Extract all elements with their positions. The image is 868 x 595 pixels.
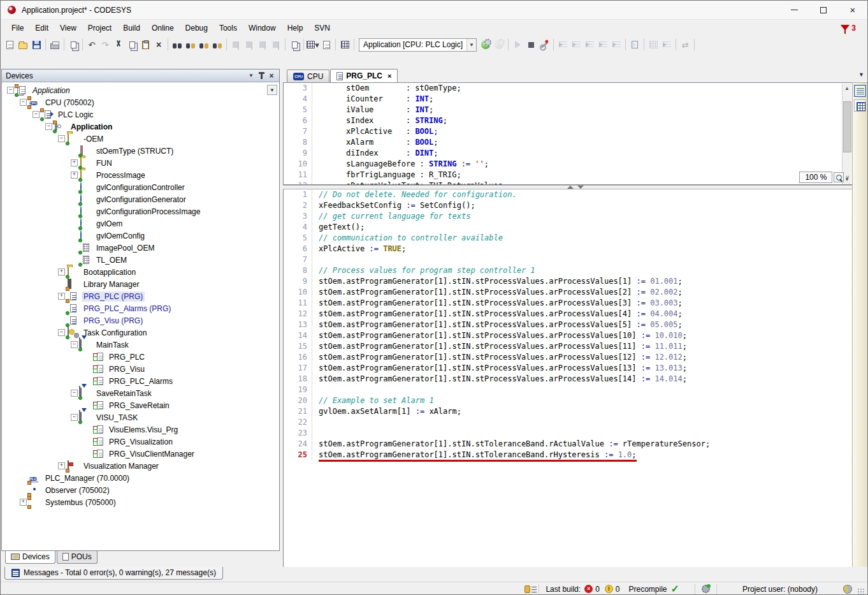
step-out-icon[interactable] <box>583 38 596 51</box>
code-line-23[interactable]: 23 <box>284 428 867 439</box>
paste-icon[interactable] <box>139 38 152 51</box>
menu-item-help[interactable]: Help <box>282 21 309 35</box>
compile-status-icon[interactable] <box>702 585 710 593</box>
code-line-14[interactable]: 14stOem.astProgramGenerator[1].stIN.stPr… <box>284 330 867 341</box>
editor-splitter[interactable] <box>283 185 868 189</box>
tree-item-application[interactable]: −Application <box>2 121 279 133</box>
tabular-view-button[interactable] <box>854 99 866 112</box>
splitter-down-icon[interactable] <box>577 186 584 189</box>
tree-item-prg-saveretain[interactable]: PRG_SaveRetain <box>2 399 279 411</box>
find-in-project-icon[interactable] <box>198 38 210 51</box>
logout-icon[interactable] <box>493 38 505 51</box>
tree-item-gvloem[interactable]: gvlOem <box>2 217 279 230</box>
textual-view-button[interactable] <box>854 85 866 97</box>
tree-item-library-manager[interactable]: Library Manager <box>2 278 279 290</box>
code-line-18[interactable]: 18stOem.astProgramGenerator[1].stIN.stPr… <box>284 374 867 385</box>
menu-item-tools[interactable]: Tools <box>213 21 243 35</box>
expand-icon[interactable]: + <box>71 159 78 166</box>
code-line-13[interactable]: 13stOem.astProgramGenerator[1].stIN.stPr… <box>284 320 867 330</box>
menu-item-build[interactable]: Build <box>117 21 146 35</box>
code-line-3[interactable]: 3// get current language for texts <box>284 211 867 222</box>
replace-icon[interactable] <box>184 38 197 51</box>
code-line-2[interactable]: 2xFeedbackSetConfig := SetConfig(); <box>284 200 867 211</box>
tab-pous[interactable]: POUs <box>57 551 98 564</box>
collapse-icon[interactable]: − <box>33 111 40 118</box>
code-line-4[interactable]: 4iCounter : INT; <box>284 94 867 105</box>
user-permissions-icon[interactable] <box>843 585 852 594</box>
tree-item-visu-task[interactable]: −VISU_TASK <box>2 411 279 423</box>
undo-icon[interactable]: ↶ <box>85 38 98 51</box>
tree-item-prg-plc-prg[interactable]: +PRG_PLC (PRG) <box>2 290 279 302</box>
menu-item-svn[interactable]: SVN <box>308 21 336 35</box>
menu-item-debug[interactable]: Debug <box>180 21 213 35</box>
project-settings-icon[interactable] <box>524 585 530 593</box>
tree-item-imagepool-oem[interactable]: ImagePool_OEM <box>2 242 279 254</box>
code-line-22[interactable]: 22 <box>284 417 867 428</box>
menu-item-window[interactable]: Window <box>243 21 282 35</box>
new-project-icon[interactable] <box>3 38 16 51</box>
tab-prg-plc[interactable]: PRG_PLC × <box>330 69 398 82</box>
code-line-4[interactable]: 4getText(); <box>284 222 867 233</box>
magnifier-icon[interactable] <box>834 172 844 182</box>
tree-item-prg-visu[interactable]: PRG_Visu <box>2 363 279 375</box>
code-line-5[interactable]: 5// communication to controller availabl… <box>284 233 867 244</box>
code-line-12[interactable]: 12stOem.astProgramGenerator[1].stIN.stPr… <box>284 309 867 320</box>
pending-flags[interactable]: 3 <box>841 24 856 33</box>
active-application-combo[interactable]: Application [CPU: PLC Logic] ▼ <box>359 38 477 52</box>
tree-item-saveretaintask[interactable]: −SaveRetainTask <box>2 387 279 399</box>
declaration-zoom-control[interactable]: 100 % ∨ <box>799 172 850 183</box>
tab-close-icon[interactable]: × <box>387 72 391 80</box>
delete-icon[interactable]: × <box>152 38 165 51</box>
collapse-icon[interactable]: − <box>71 414 78 421</box>
menu-item-project[interactable]: Project <box>82 21 117 35</box>
tree-item-prg-visu-prg[interactable]: PRG_Visu (PRG) <box>2 314 279 327</box>
tree-item-bootapplication[interactable]: +Bootapplication <box>2 266 279 278</box>
step-over-icon[interactable] <box>556 38 569 51</box>
tree-view-dropdown[interactable]: ▼ <box>267 85 277 95</box>
bookmark-previous-icon[interactable] <box>243 38 256 51</box>
collapse-icon[interactable]: − <box>45 123 52 130</box>
tab-cpu[interactable]: CPU CPU <box>287 70 329 82</box>
collapse-icon[interactable]: − <box>58 329 65 336</box>
run-to-cursor-icon[interactable] <box>597 38 609 51</box>
tree-item-plc-logic[interactable]: −PLC Logic <box>2 108 279 121</box>
stop-icon[interactable] <box>524 38 537 51</box>
code-line-15[interactable]: 15stOem.astProgramGenerator[1].stIN.stPr… <box>284 341 867 352</box>
code-line-6[interactable]: 6sIndex : STRING; <box>284 115 867 126</box>
tree-item-fun[interactable]: +FUN <box>2 157 279 169</box>
tree-item-prg-plc-alarms[interactable]: PRG_PLC_Alarms <box>2 375 279 387</box>
menu-item-online[interactable]: Online <box>146 21 180 35</box>
new-device-icon[interactable]: ▾ <box>307 38 319 51</box>
watch-list-icon[interactable] <box>660 38 673 51</box>
tree-item-gvlconfigurationgenerator[interactable]: gvlConfigurationGenerator <box>2 193 279 205</box>
code-line-19[interactable]: 19 <box>284 385 867 395</box>
tree-item-application[interactable]: −Application <box>2 84 279 96</box>
tree-item-gvloemconfig[interactable]: gvlOemConfig <box>2 230 279 242</box>
code-line-24[interactable]: 24stOem.astProgramGenerator[1].stIN.stTo… <box>284 439 867 450</box>
start-icon[interactable] <box>511 38 524 51</box>
tab-devices[interactable]: Devices <box>5 551 55 564</box>
code-line-1[interactable]: 1// Do not delete. Needed for configurat… <box>284 189 867 200</box>
code-line-7[interactable]: 7xPlcActive : BOOL; <box>284 126 867 137</box>
tree-item-visualization-manager[interactable]: +Visualization Manager <box>2 460 279 472</box>
code-line-11[interactable]: 11fbrTrigLanguage : R_TRIG; <box>284 170 867 180</box>
code-line-3[interactable]: 3stOem : stOemType; <box>284 83 867 94</box>
bookmark-next-icon[interactable] <box>256 38 269 51</box>
export-item-icon[interactable] <box>320 38 333 51</box>
breakpoints-icon[interactable] <box>647 38 660 51</box>
scroll-up-icon[interactable]: ▲ <box>843 84 851 93</box>
tree-item-prg-plc-alarms-prg[interactable]: PRG_PLC_Alarms (PRG) <box>2 302 279 314</box>
tree-item-processimage[interactable]: +ProcessImage <box>2 169 279 181</box>
tree-item-plc-manager-70-0000[interactable]: PLCPLC_Manager (70.0000) <box>2 472 279 484</box>
code-line-17[interactable]: 17stOem.astProgramGenerator[1].stIN.stPr… <box>284 363 867 374</box>
open-project-icon[interactable] <box>17 38 29 51</box>
tree-item-task-configuration[interactable]: −Task Configuration <box>2 327 279 339</box>
step-into-icon[interactable] <box>570 38 582 51</box>
redo-icon[interactable]: ↷ <box>99 38 112 51</box>
panel-menu-icon[interactable]: ▼ <box>246 71 256 80</box>
sync-online-icon[interactable]: ⇄ <box>679 38 691 51</box>
show-next-statement-icon[interactable] <box>628 38 641 51</box>
implementation-pane[interactable]: 1// Do not delete. Needed for configurat… <box>283 189 868 595</box>
messages-tab[interactable]: Messages - Total 0 error(s), 0 warning(s… <box>4 567 223 580</box>
minimize-button[interactable] <box>779 1 809 19</box>
